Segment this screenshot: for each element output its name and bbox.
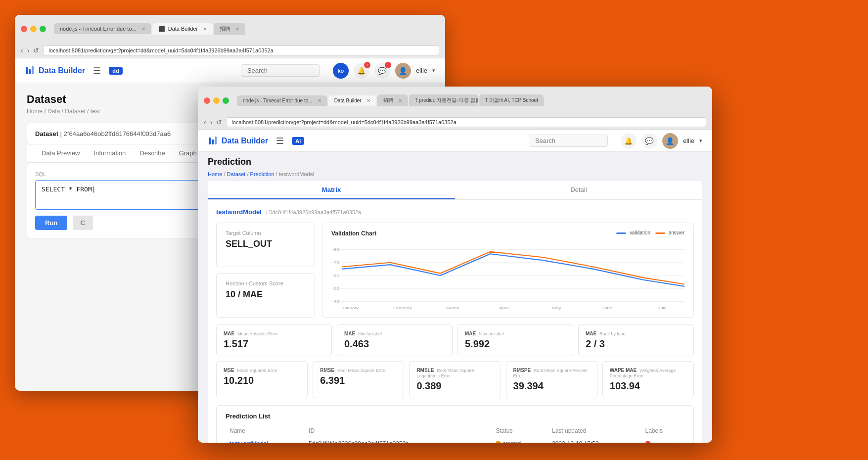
- ftab3-label: 招聘: [383, 97, 393, 104]
- tl-green[interactable]: [40, 26, 46, 32]
- back-btn[interactable]: ‹: [21, 46, 23, 54]
- tab2-label: Data Builder: [168, 26, 198, 32]
- ftab2-close[interactable]: ✕: [366, 98, 370, 103]
- col-name: Name: [226, 425, 305, 437]
- tab3-label: 招聘: [220, 25, 230, 33]
- detail-tab[interactable]: Detail: [455, 181, 702, 199]
- ftab5-close[interactable]: ✕: [543, 98, 543, 103]
- tab1-close[interactable]: ✕: [141, 26, 145, 32]
- front-browser-tab-3[interactable]: 招聘 ✕: [377, 94, 408, 106]
- front-tl-yellow[interactable]: [213, 97, 220, 104]
- matrix-tab[interactable]: Matrix: [208, 181, 455, 199]
- front-forward-btn[interactable]: ›: [210, 118, 213, 126]
- tab-bar: node.js - Timeout Error due to... ✕ ⬛ Da…: [54, 23, 439, 35]
- ftab4-label: T predict: 자동전달: 다중 접합 계수 수 ...: [415, 97, 478, 104]
- front-app-header: Data Builder ☰ AI 🔔 💬 👤 ellie ▾: [198, 130, 712, 152]
- reload-btn[interactable]: ↺: [33, 46, 39, 54]
- pred-page-title: Prediction: [208, 157, 702, 167]
- tab2-close[interactable]: ✕: [203, 26, 207, 32]
- svg-rect-3: [209, 138, 211, 144]
- browser-tab-1[interactable]: node.js - Timeout Error due to... ✕: [54, 23, 151, 34]
- front-browser-tab-5[interactable]: T 리얼바AI, TCP School ✕: [479, 94, 544, 106]
- svg-text:40: 40: [334, 299, 340, 304]
- tl-red[interactable]: [21, 26, 27, 32]
- browser-tab-3[interactable]: 招聘 ✕: [214, 23, 245, 35]
- front-user-dropdown-icon[interactable]: ▾: [699, 138, 702, 144]
- pred-breadcrumb: Home / Dataset / Prediction / testwordMo…: [208, 169, 702, 177]
- bell-icon[interactable]: 🔔1: [354, 63, 369, 79]
- tab3-close[interactable]: ✕: [235, 26, 239, 32]
- metric-mae-max: MAE Max by label 5.992: [457, 324, 573, 356]
- pred-bc-dataset[interactable]: Dataset: [227, 171, 246, 177]
- metric-mae-label: MAE Mean Absolute Error: [224, 331, 324, 336]
- front-message-icon[interactable]: 💬: [641, 133, 657, 149]
- svg-rect-4: [212, 139, 214, 144]
- pred-list-section: Prediction List Name ID Status Last upda…: [216, 405, 694, 443]
- search-input[interactable]: [241, 64, 320, 77]
- hamburger-icon[interactable]: ☰: [93, 65, 101, 76]
- metric-rmse-label: RMSE Root Mean Square Error: [320, 368, 397, 373]
- cancel-button[interactable]: C: [73, 216, 93, 230]
- front-logo: Data Builder: [208, 136, 268, 146]
- front-project-badge[interactable]: AI: [292, 137, 304, 145]
- front-browser-tab-4[interactable]: T predict: 자동전달: 다중 접합 계수 수 ... ✕: [409, 94, 478, 106]
- svg-text:60: 60: [334, 273, 340, 277]
- front-search-input[interactable]: [529, 135, 608, 147]
- logo: Data Builder: [25, 65, 85, 76]
- svg-text:50: 50: [334, 286, 340, 290]
- metrics-row-2: MSE Mean Squared Error 10.210 RMSE Root …: [216, 361, 694, 398]
- prediction-scroll-area[interactable]: Prediction Home / Dataset / Prediction /…: [198, 152, 712, 443]
- project-badge[interactable]: dd: [109, 67, 122, 75]
- tab-data-preview[interactable]: Data Preview: [35, 144, 87, 163]
- metric-mse: MSE Mean Squared Error 10.210: [216, 361, 308, 398]
- legend-answer-dot: [655, 232, 665, 234]
- metric-mae-max-label: MAE Max by label: [465, 331, 566, 336]
- metric-rmse-value: 6.391: [320, 375, 397, 386]
- front-tab-bar: node.js - Timeout Error due to... ✕ Data…: [237, 94, 706, 106]
- front-browser-chrome: node.js - Timeout Error due to... ✕ Data…: [198, 87, 712, 114]
- front-traffic-lights: [204, 97, 229, 104]
- tab-describe[interactable]: Describe: [133, 144, 172, 163]
- browser-tab-2[interactable]: ⬛ Data Builder ✕: [152, 23, 213, 35]
- row1-name[interactable]: testwordModel: [226, 437, 305, 443]
- front-browser-tab-2[interactable]: Data Builder ✕: [328, 95, 376, 106]
- message-icon[interactable]: 💬1: [374, 63, 390, 79]
- ftab3-close[interactable]: ✕: [398, 98, 402, 103]
- front-tl-green[interactable]: [223, 97, 229, 104]
- front-window: node.js - Timeout Error due to... ✕ Data…: [198, 87, 712, 443]
- pred-bc-home[interactable]: Home: [208, 171, 222, 177]
- dataset-id: Dataset | 2f64aa6o46ob2ffd8176644f003d7a…: [35, 130, 171, 138]
- front-address-bar[interactable]: localhost:8081/prediction/get?project=dd…: [226, 117, 706, 127]
- front-address-bar-row: ‹ › ↺ localhost:8081/prediction/get?proj…: [198, 114, 712, 130]
- front-browser-tab-1[interactable]: node.js - Timeout Error due to... ✕: [237, 95, 327, 106]
- front-hamburger-icon[interactable]: ☰: [276, 136, 284, 146]
- address-bar[interactable]: localhost:8081/prediction/get?project=dd…: [43, 46, 439, 55]
- user-ko-icon[interactable]: ko: [333, 63, 349, 79]
- col-updated: Last updated: [548, 425, 641, 437]
- tl-yellow[interactable]: [30, 26, 37, 32]
- svg-text:70: 70: [334, 260, 340, 265]
- ftab1-close[interactable]: ✕: [318, 98, 321, 103]
- avatar[interactable]: 👤: [395, 63, 411, 79]
- metric-wape-value: 103.94: [610, 380, 686, 392]
- metric-mse-value: 10.210: [224, 375, 300, 386]
- user-dropdown-icon[interactable]: ▾: [432, 67, 435, 74]
- row1-id: 5dc04f1f4a3926b99aa3a4f571a0352a: [305, 437, 492, 443]
- forward-btn[interactable]: ›: [27, 46, 30, 54]
- front-bell-icon[interactable]: 🔔: [621, 133, 637, 149]
- metric-rmse: RMSE Root Mean Square Error 6.391: [313, 361, 404, 398]
- front-back-btn[interactable]: ‹: [204, 118, 206, 126]
- tab-information[interactable]: Information: [87, 144, 133, 163]
- front-tl-red[interactable]: [204, 97, 210, 104]
- svg-text:February: February: [393, 306, 412, 310]
- traffic-lights: [21, 26, 46, 32]
- run-button[interactable]: Run: [35, 216, 67, 230]
- pred-bc-model: testwordModel: [279, 171, 315, 177]
- ftab2-label: Data Builder: [334, 98, 362, 103]
- ftab1-label: node.js - Timeout Error due to...: [243, 98, 313, 103]
- pred-bc-prediction[interactable]: Prediction: [250, 171, 274, 177]
- front-avatar[interactable]: 👤: [662, 133, 678, 149]
- front-reload-btn[interactable]: ↺: [216, 118, 222, 126]
- metric-mse-label: MSE Mean Squared Error: [224, 368, 300, 373]
- row1-labels: [641, 437, 685, 443]
